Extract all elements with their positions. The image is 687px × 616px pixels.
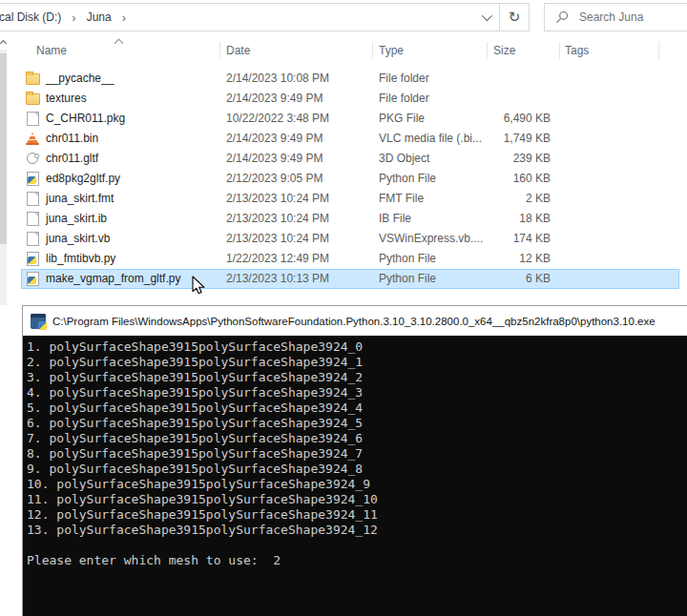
- vlc-icon: [25, 131, 40, 146]
- file-type: 3D Object: [379, 149, 429, 169]
- column-divider: [219, 42, 220, 59]
- file-name: ed8pkg2gltf.py: [46, 169, 120, 189]
- file-name: textures: [46, 89, 87, 109]
- address-history-dropdown-button[interactable]: [471, 4, 500, 31]
- file-name: __pycache__: [46, 69, 114, 89]
- search-box: [544, 3, 687, 31]
- scrollbar-thumb[interactable]: [0, 53, 7, 244]
- file-type: FMT File: [379, 189, 424, 209]
- file-type: File folder: [379, 69, 429, 89]
- file-size: 160 KB: [458, 169, 551, 189]
- console-window: C:\Program Files\WindowsApps\PythonSoftw…: [22, 305, 687, 616]
- file-name: juna_skirt.ib: [46, 209, 107, 229]
- file-type: IB File: [379, 209, 411, 229]
- file-row[interactable]: juna_skirt.fmt 2/13/2023 10:24 PM FMT Fi…: [21, 189, 679, 209]
- file-name: C_CHR011.pkg: [46, 109, 125, 129]
- file-date: 10/22/2022 3:48 PM: [226, 109, 329, 129]
- file-date: 2/14/2023 9:49 PM: [226, 129, 323, 149]
- file-name: juna_skirt.vb: [46, 229, 110, 249]
- file-row[interactable]: juna_skirt.ib 2/13/2023 10:24 PM IB File…: [21, 209, 679, 229]
- file-size: 18 KB: [458, 209, 551, 229]
- folder-icon: [25, 91, 40, 106]
- python-file-icon: [25, 171, 40, 186]
- console-text: For processing mesh juna_skirt, which me…: [27, 309, 482, 567]
- file-date: 2/12/2023 9:05 PM: [226, 169, 323, 189]
- file-name: lib_fmtibvb.py: [46, 249, 115, 269]
- scrollbar-up-button[interactable]: [0, 38, 7, 48]
- file-row[interactable]: juna_skirt.vb 2/13/2023 10:24 PM VSWinEx…: [21, 229, 679, 249]
- column-headers: Name Date Type Size Tags: [0, 38, 687, 63]
- refresh-button[interactable]: ↻: [499, 4, 529, 31]
- column-header-type[interactable]: Type: [379, 38, 404, 63]
- column-header-name[interactable]: Name: [36, 38, 67, 63]
- python-file-icon: [25, 251, 40, 266]
- file-date: 1/22/2023 12:49 PM: [226, 249, 329, 269]
- chevron-down-icon: [482, 10, 492, 21]
- breadcrumb-segment-folder[interactable]: Juna: [87, 10, 112, 24]
- column-divider: [487, 42, 488, 59]
- folder-icon: [25, 71, 40, 86]
- python-console-icon: [31, 314, 46, 329]
- 3d-object-icon: [25, 151, 40, 166]
- console-output[interactable]: For processing mesh juna_skirt, which me…: [23, 306, 687, 568]
- console-title: C:\Program Files\WindowsApps\PythonSoftw…: [52, 316, 656, 327]
- file-row[interactable]: make_vgmap_from_gltf.py 2/13/2023 10:13 …: [21, 269, 679, 289]
- file-date: 2/13/2023 10:24 PM: [226, 229, 329, 249]
- file-type: Python File: [379, 169, 436, 189]
- file-size: 6 KB: [458, 269, 551, 289]
- file-size: 12 KB: [458, 249, 551, 269]
- file-row[interactable]: lib_fmtibvb.py 1/22/2023 12:49 PM Python…: [21, 249, 679, 269]
- column-header-tags[interactable]: Tags: [565, 38, 589, 63]
- file-row[interactable]: C_CHR011.pkg 10/22/2022 3:48 PM PKG File…: [21, 109, 679, 129]
- navigation-pane-scrollbar: [0, 36, 7, 305]
- file-size: 239 KB: [458, 149, 551, 169]
- file-date: 2/14/2023 9:49 PM: [226, 89, 323, 109]
- file-size: [458, 69, 551, 89]
- file-icon: [25, 211, 40, 226]
- breadcrumb-separator-icon[interactable]: ›: [72, 10, 75, 25]
- file-icon: [25, 191, 40, 206]
- column-divider: [658, 42, 659, 59]
- file-type: PKG File: [379, 109, 425, 129]
- refresh-icon: ↻: [509, 10, 521, 25]
- file-name: chr011.gltf: [46, 149, 98, 169]
- file-row[interactable]: textures 2/14/2023 9:49 PM File folder: [21, 89, 679, 109]
- breadcrumb-separator-icon[interactable]: ›: [122, 10, 126, 25]
- file-type: Python File: [379, 269, 436, 289]
- file-name: chr011.bin: [46, 129, 98, 149]
- file-date: 2/13/2023 10:24 PM: [226, 189, 329, 209]
- file-date: 2/13/2023 10:24 PM: [226, 209, 329, 229]
- file-date: 2/14/2023 9:49 PM: [226, 149, 323, 169]
- column-divider: [559, 42, 560, 59]
- column-divider: [372, 42, 373, 59]
- file-name: make_vgmap_from_gltf.py: [46, 269, 180, 289]
- search-icon: [555, 10, 569, 24]
- file-row[interactable]: chr011.bin 2/14/2023 9:49 PM VLC media f…: [21, 129, 679, 149]
- file-size: 6,490 KB: [458, 109, 551, 129]
- file-row[interactable]: __pycache__ 2/14/2023 10:08 PM File fold…: [21, 69, 679, 89]
- file-name: juna_skirt.fmt: [46, 189, 114, 209]
- file-type: Python File: [379, 249, 436, 269]
- file-size: [458, 89, 551, 109]
- file-size: 1,749 KB: [458, 129, 551, 149]
- file-date: 2/14/2023 10:08 PM: [226, 69, 329, 89]
- file-icon: [25, 231, 40, 246]
- scrollbar-track[interactable]: [0, 50, 7, 305]
- file-type: File folder: [379, 89, 429, 109]
- column-header-date[interactable]: Date: [226, 38, 250, 63]
- search-input[interactable]: [577, 10, 677, 25]
- breadcrumb-segment-disk[interactable]: cal Disk (D:): [0, 10, 61, 24]
- file-size: 174 KB: [458, 229, 551, 249]
- console-titlebar[interactable]: C:\Program Files\WindowsApps\PythonSoftw…: [23, 306, 687, 336]
- address-bar: cal Disk (D:) › Juna › ↻: [0, 3, 530, 31]
- file-date: 2/13/2023 10:13 PM: [226, 269, 329, 289]
- file-row[interactable]: ed8pkg2gltf.py 2/12/2023 9:05 PM Python …: [21, 169, 679, 189]
- file-icon: [25, 111, 40, 126]
- chevron-up-icon: [0, 40, 7, 47]
- file-size: 2 KB: [458, 189, 551, 209]
- file-row[interactable]: chr011.gltf 2/14/2023 9:49 PM 3D Object …: [21, 149, 679, 169]
- column-header-size[interactable]: Size: [493, 38, 515, 63]
- python-file-icon: [25, 271, 40, 286]
